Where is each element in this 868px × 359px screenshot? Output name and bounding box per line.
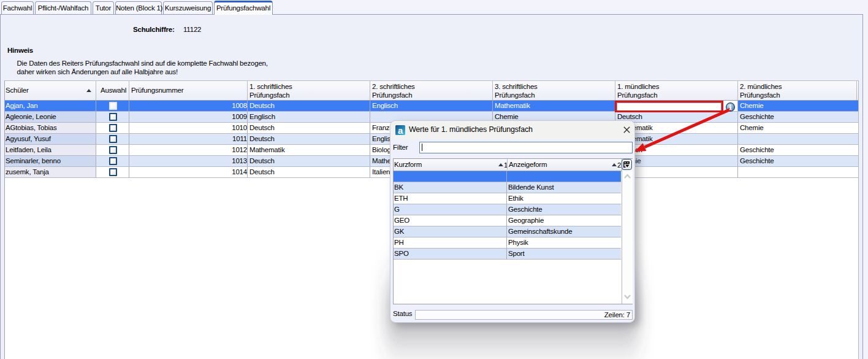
svg-text:a: a — [398, 125, 403, 135]
